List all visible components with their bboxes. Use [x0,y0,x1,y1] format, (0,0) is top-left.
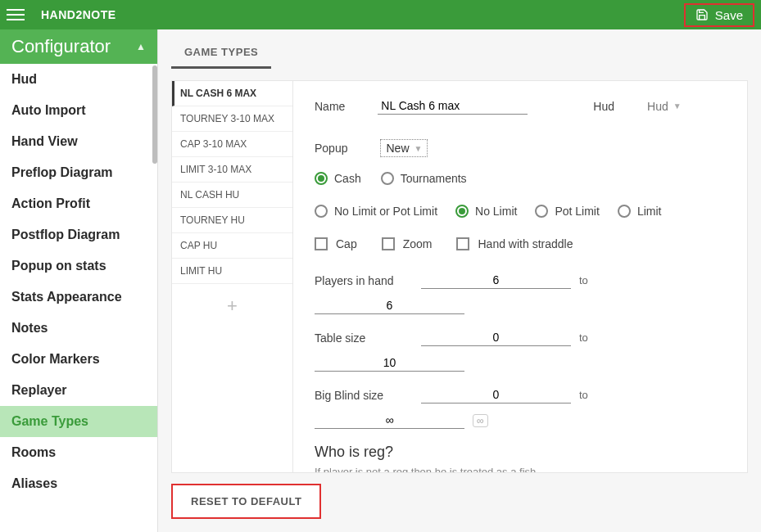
checkbox-straddle[interactable]: Hand with straddle [456,237,573,250]
game-type-item[interactable]: NL CASH HU [172,183,292,208]
radio-tournaments[interactable]: Tournaments [381,172,467,185]
bb-from-input[interactable] [421,386,571,404]
game-type-item[interactable]: TOURNEY 3-10 MAX [172,106,292,132]
radio-nl-pl[interactable]: No Limit or Pot Limit [315,205,437,218]
sidebar-item-action-profit[interactable]: Action Profit [0,188,157,219]
sidebar-item-auto-import[interactable]: Auto Import [0,95,157,126]
radio-pl[interactable]: Pot Limit [535,205,599,218]
sidebar-item-game-types[interactable]: Game Types [0,406,157,437]
checkbox-cap[interactable]: Cap [315,237,357,250]
panel: NL CASH 6 MAXTOURNEY 3-10 MAXCAP 3-10 MA… [171,80,748,473]
name-label: Name [315,100,345,113]
game-type-item[interactable]: CAP 3-10 MAX [172,132,292,157]
table-from-input[interactable] [421,329,571,346]
save-button[interactable]: Save [684,3,754,27]
radio-nl[interactable]: No Limit [455,205,517,218]
content-area: GAME TYPES NL CASH 6 MAXTOURNEY 3-10 MAX… [157,29,761,532]
hud-value: Hud [647,100,668,113]
game-type-item[interactable]: CAP HU [172,233,292,259]
sidebar-item-color-markers[interactable]: Color Markers [0,344,157,375]
radio-cash[interactable]: Cash [315,172,361,185]
reg-title: Who is reg? [315,444,726,461]
sidebar-title: Configurator [11,36,111,57]
topbar: HAND2NOTE Save [0,0,761,29]
game-type-item[interactable]: LIMIT 3-10 MAX [172,157,292,183]
popup-dropdown[interactable]: New ▼ [380,139,428,157]
reg-hint: If player is not a reg then he is treate… [315,466,726,472]
sidebar-item-hand-view[interactable]: Hand View [0,126,157,157]
save-label: Save [715,8,743,22]
add-game-type-button[interactable]: + [172,284,292,328]
sidebar-item-rooms[interactable]: Rooms [0,437,157,468]
hud-dropdown[interactable]: Hud ▼ [647,100,682,113]
infinity-icon[interactable]: ∞ [473,414,488,427]
radio-limit[interactable]: Limit [618,205,662,218]
name-input[interactable] [378,97,528,115]
app-title: HAND2NOTE [41,8,116,21]
menu-icon[interactable] [7,6,25,24]
reset-button[interactable]: RESET TO DEFAULT [171,484,321,519]
game-type-item[interactable]: NL CASH 6 MAX [172,81,292,106]
save-icon [695,8,709,21]
chevron-up-icon[interactable]: ▲ [136,41,146,52]
to-text: to [579,389,588,401]
sidebar-item-notes[interactable]: Notes [0,313,157,344]
sidebar-item-popup-on-stats[interactable]: Popup on stats [0,250,157,282]
players-from-input[interactable] [421,272,571,289]
sidebar-item-hud[interactable]: Hud [0,64,157,95]
chevron-down-icon: ▼ [673,101,682,110]
game-type-item[interactable]: TOURNEY HU [172,208,292,233]
tabs: GAME TYPES [171,29,748,69]
game-type-form: Name Hud Hud ▼ Popup New ▼ [293,81,747,472]
sidebar-item-replayer[interactable]: Replayer [0,375,157,406]
table-label: Table size [315,331,405,345]
sidebar-item-aliases[interactable]: Aliases [0,468,157,499]
hud-label: Hud [593,100,614,113]
table-to-input[interactable] [315,354,464,372]
to-text: to [579,274,588,286]
bb-to-input[interactable] [315,412,464,429]
sidebar: Configurator ▲ HudAuto ImportHand ViewPr… [0,29,157,532]
bb-label: Big Blind size [315,389,405,402]
chevron-down-icon: ▼ [414,144,423,153]
to-text: to [579,331,588,344]
sidebar-item-postflop-diagram[interactable]: Postflop Diagram [0,219,157,250]
sidebar-header: Configurator ▲ [0,29,157,64]
popup-label: Popup [315,142,347,155]
popup-value: New [386,142,409,155]
tab-game-types[interactable]: GAME TYPES [171,38,271,69]
players-to-input[interactable] [315,297,464,314]
checkbox-zoom[interactable]: Zoom [382,237,433,250]
sidebar-list: HudAuto ImportHand ViewPreflop DiagramAc… [0,64,157,530]
game-types-list: NL CASH 6 MAXTOURNEY 3-10 MAXCAP 3-10 MA… [172,81,293,472]
players-label: Players in hand [315,274,405,287]
sidebar-item-stats-appearance[interactable]: Stats Appearance [0,282,157,313]
game-type-item[interactable]: LIMIT HU [172,259,292,284]
sidebar-item-preflop-diagram[interactable]: Preflop Diagram [0,157,157,188]
